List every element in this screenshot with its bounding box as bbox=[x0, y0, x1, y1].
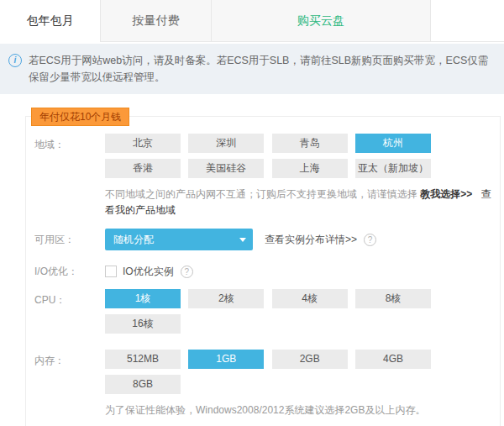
zone-question-icon[interactable]: ? bbox=[364, 234, 376, 246]
tabs-filler bbox=[431, 0, 504, 42]
region-option-us-silicon-valley[interactable]: 美国硅谷 bbox=[188, 159, 264, 178]
region-option-qingdao[interactable]: 青岛 bbox=[272, 134, 348, 153]
io-checkbox[interactable] bbox=[105, 266, 117, 277]
memory-row: 内存： 512MB 1GB 2GB 4GB 8GB 为了保证性能体验，Windo… bbox=[34, 350, 500, 418]
memory-options: 512MB 1GB 2GB 4GB 8GB 为了保证性能体验，Windows20… bbox=[105, 350, 500, 418]
zone-row: 可用区： 随机分配 查看实例分布详情>> ? bbox=[34, 229, 500, 250]
cpu-option-16core[interactable]: 16核 bbox=[105, 314, 181, 334]
region-option-hangzhou[interactable]: 杭州 bbox=[355, 134, 431, 153]
memory-option-512mb[interactable]: 512MB bbox=[105, 350, 181, 369]
cpu-option-2core[interactable]: 2核 bbox=[188, 289, 264, 308]
region-row: 地域： 北京 深圳 青岛 杭州 香港 美国硅谷 上海 亚太（新加坡） 不同地域之… bbox=[34, 134, 500, 218]
cpu-row: CPU： 1核 2核 4核 8核 16核 bbox=[34, 289, 500, 339]
tab-postpaid[interactable]: 按量付费 bbox=[101, 0, 212, 42]
region-option-shenzhen[interactable]: 深圳 bbox=[188, 134, 264, 153]
tab-prepaid[interactable]: 包年包月 bbox=[0, 0, 101, 42]
config-panel: 年付仅花10个月钱 地域： 北京 深圳 青岛 杭州 香港 美国硅谷 上海 亚太（… bbox=[25, 116, 501, 426]
memory-option-2gb[interactable]: 2GB bbox=[272, 350, 348, 369]
zone-controls: 随机分配 查看实例分布详情>> ? bbox=[105, 229, 376, 250]
io-checkbox-label: IO优化实例 bbox=[123, 265, 174, 279]
tab-buy-disk[interactable]: 购买云盘 bbox=[212, 0, 431, 42]
region-option-beijing[interactable]: 北京 bbox=[105, 134, 181, 153]
info-icon: i bbox=[8, 54, 22, 67]
zone-dropdown[interactable]: 随机分配 bbox=[105, 229, 253, 250]
region-note: 不同地域之间的产品内网不互通；订购后不支持更换地域，请谨慎选择 教我选择>> 查… bbox=[105, 187, 500, 218]
zone-dropdown-value: 随机分配 bbox=[113, 234, 154, 245]
zone-label: 可用区： bbox=[34, 229, 105, 250]
io-question-icon[interactable]: ? bbox=[181, 266, 193, 278]
io-controls: IO优化实例 ? bbox=[105, 260, 193, 279]
memory-note: 为了保证性能体验，Windows2008/2012系统建议选择2GB及以上内存。 bbox=[105, 402, 500, 418]
memory-option-4gb[interactable]: 4GB bbox=[355, 350, 431, 369]
info-banner-text: 若ECS用于网站web访问，请及时备案。若ECS用于SLB，请前往SLB新购页面… bbox=[29, 52, 491, 86]
teach-me-choose-link[interactable]: 教我选择>> bbox=[420, 188, 472, 200]
memory-label: 内存： bbox=[34, 350, 105, 418]
cpu-option-4core[interactable]: 4核 bbox=[272, 289, 348, 308]
region-note-text: 不同地域之间的产品内网不互通；订购后不支持更换地域，请谨慎选择 bbox=[105, 188, 417, 200]
io-label: I/O优化： bbox=[34, 260, 105, 279]
info-banner: i 若ECS用于网站web访问，请及时备案。若ECS用于SLB，请前往SLB新购… bbox=[0, 44, 504, 94]
region-option-singapore[interactable]: 亚太（新加坡） bbox=[355, 159, 431, 178]
cpu-options: 1核 2核 4核 8核 16核 bbox=[105, 289, 500, 339]
region-options: 北京 深圳 青岛 杭州 香港 美国硅谷 上海 亚太（新加坡） 不同地域之间的产品… bbox=[105, 134, 500, 218]
promo-badge: 年付仅花10个月钱 bbox=[31, 108, 129, 126]
region-label: 地域： bbox=[34, 134, 105, 218]
instance-distribution-link[interactable]: 查看实例分布详情>> bbox=[265, 233, 357, 247]
cpu-option-8core[interactable]: 8核 bbox=[355, 289, 431, 308]
region-option-hongkong[interactable]: 香港 bbox=[105, 159, 181, 178]
region-option-shanghai[interactable]: 上海 bbox=[272, 159, 348, 178]
memory-option-8gb[interactable]: 8GB bbox=[105, 375, 181, 394]
io-row: I/O优化： IO优化实例 ? bbox=[34, 260, 500, 279]
memory-option-1gb[interactable]: 1GB bbox=[188, 350, 264, 369]
top-tabs: 包年包月 按量付费 购买云盘 bbox=[0, 0, 504, 42]
cpu-label: CPU： bbox=[34, 289, 105, 339]
chevron-down-icon bbox=[239, 238, 246, 242]
cpu-option-1core[interactable]: 1核 bbox=[105, 289, 181, 308]
